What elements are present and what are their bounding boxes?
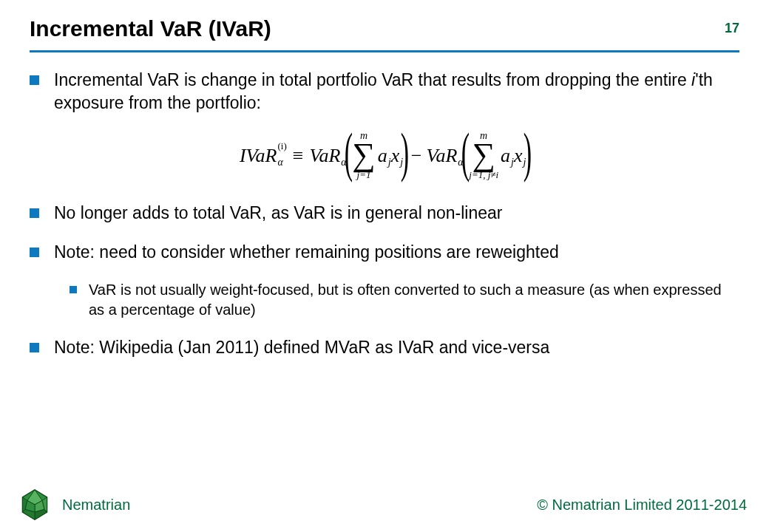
brand-name: Nematrian: [62, 497, 130, 514]
bullet-square-icon: [30, 75, 39, 85]
sigma-icon-2: ∑: [472, 142, 495, 168]
sum-1: m ∑ j=1: [352, 131, 375, 180]
sum-2: m ∑ j=1, j≠i: [469, 131, 498, 180]
lhs-subsup: (i) α: [278, 146, 287, 166]
sum1-bot: j=1: [357, 170, 371, 180]
formula-container: IVaR (i) α ≡ VaR α ( m ∑ j=1 a j: [30, 131, 739, 180]
page-number: 17: [725, 21, 739, 36]
bullet-square-icon: [30, 208, 39, 218]
lhs-sub: α: [278, 157, 283, 168]
bullet-3: Note: need to consider whether remaining…: [30, 241, 739, 264]
slide: Incremental VaR (IVaR) 17 Incremental Va…: [0, 0, 769, 532]
bullet-1-pre: Incremental VaR is change in total portf…: [54, 70, 691, 89]
sum1-x: x: [391, 143, 400, 168]
bullet-square-icon: [30, 343, 39, 352]
bullet-1: Incremental VaR is change in total portf…: [30, 69, 739, 115]
bullet-square-icon: [30, 248, 39, 257]
content-area: Incremental VaR is change in total portf…: [30, 69, 739, 359]
bullet-4-text: Note: Wikipedia (Jan 2011) defined MVaR …: [54, 336, 739, 359]
bullet-square-small-icon: [70, 286, 77, 293]
var2-symbol: VaR: [426, 143, 457, 168]
lhs-sup: (i): [278, 141, 287, 151]
slide-title: Incremental VaR (IVaR): [30, 16, 739, 41]
copyright-text: © Nematrian Limited 2011-2014: [537, 497, 747, 514]
sum2-bot: j=1, j≠i: [469, 170, 498, 180]
bullet-4: Note: Wikipedia (Jan 2011) defined MVaR …: [30, 336, 739, 359]
slide-header: Incremental VaR (IVaR) 17: [30, 16, 739, 52]
logo-icon: [18, 488, 52, 522]
ivar-formula: IVaR (i) α ≡ VaR α ( m ∑ j=1 a j: [240, 131, 529, 180]
bullet-1-text: Incremental VaR is change in total portf…: [54, 69, 739, 115]
equiv-sign: ≡: [293, 143, 304, 168]
bullet-3-text: Note: need to consider whether remaining…: [54, 241, 739, 264]
sigma-icon: ∑: [352, 142, 375, 168]
header-divider: [30, 50, 739, 52]
brand-block: Nematrian: [18, 488, 130, 522]
var1-symbol: VaR: [309, 143, 340, 168]
lhs-symbol: IVaR: [240, 143, 277, 168]
minus-sign: −: [411, 143, 422, 168]
sum1-a: a: [378, 143, 387, 168]
sum2-a: a: [501, 143, 510, 168]
bullet-2: No longer adds to total VaR, as VaR is i…: [30, 202, 739, 225]
bullet-3a-text: VaR is not usually weight-focused, but i…: [89, 280, 739, 320]
bullet-2-text: No longer adds to total VaR, as VaR is i…: [54, 202, 739, 225]
bullet-3a: VaR is not usually weight-focused, but i…: [70, 280, 739, 320]
sum2-x: x: [514, 143, 523, 168]
slide-footer: Nematrian © Nematrian Limited 2011-2014: [18, 488, 747, 522]
